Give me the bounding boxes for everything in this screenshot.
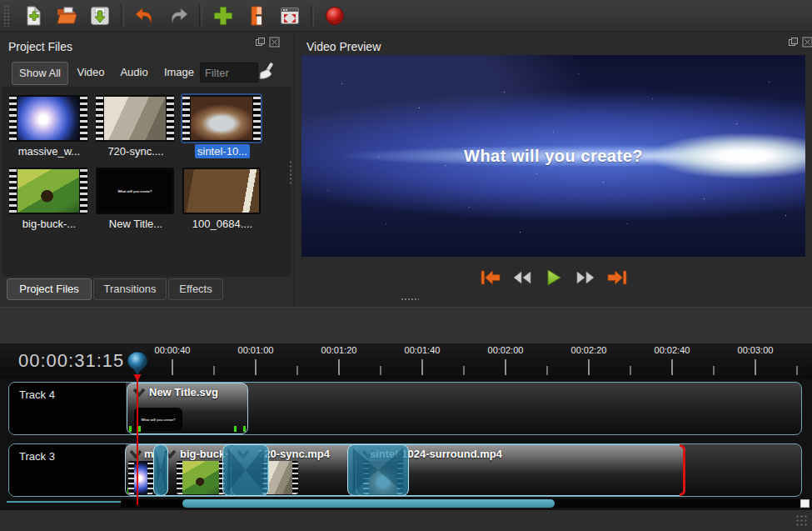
file-item-100-0684[interactable]: 100_0684.... (182, 168, 262, 230)
window-resize-grip[interactable] (795, 514, 809, 528)
file-item-new-title[interactable]: What will you create? New Title... (96, 168, 176, 230)
ruler-tick-label: 00:02:00 (479, 345, 532, 355)
keyframe-tick (243, 426, 246, 432)
playback-controls (301, 263, 805, 292)
tab-effects[interactable]: Effects (168, 278, 223, 300)
ruler-tick-label: 00:00:40 (146, 345, 199, 355)
filter-show-all-button[interactable]: Show All (12, 62, 68, 85)
status-area (0, 510, 812, 531)
filter-video-button[interactable]: Video (73, 62, 108, 83)
export-video-icon[interactable] (277, 3, 302, 28)
project-files-panel: Project Files Show All Video Audio Image… (0, 32, 293, 307)
close-panel-icon[interactable] (802, 37, 812, 48)
track-2-clip-sliver (121, 499, 182, 508)
file-item-big-buck[interactable]: big-buck-... (9, 168, 89, 230)
scrollbar-corner (800, 499, 810, 508)
file-thumbnail (96, 95, 174, 142)
horizontal-scrollbar-thumb[interactable] (182, 499, 555, 508)
filter-image-button[interactable]: Image (162, 62, 197, 83)
file-label: 720-sync.... (96, 145, 176, 158)
float-panel-icon[interactable] (255, 37, 266, 48)
file-item-massive[interactable]: massive_w... (9, 95, 89, 158)
video-overlay-text: What will you create? (301, 147, 805, 166)
file-label: big-buck-... (9, 218, 89, 230)
track-2-top-edge (7, 501, 132, 503)
chevron-down-icon (132, 388, 146, 397)
main-toolbar (0, 0, 812, 32)
tab-project-files[interactable]: Project Files (7, 278, 92, 300)
timeline-scrollbar (0, 498, 812, 510)
timeline-toolbar: 20 seconds (0, 307, 812, 344)
undo-icon[interactable] (132, 3, 157, 28)
ruler-tick (463, 366, 465, 375)
timeline-ruler[interactable]: 00:00:31:15 00:00:40 00:01:00 00:01:20 0… (0, 343, 812, 379)
float-panel-icon[interactable] (788, 37, 799, 48)
clip-label: big-buck- (180, 448, 229, 460)
playhead-line (137, 375, 138, 505)
ruler-tick (546, 366, 548, 375)
toolbar-separator (311, 5, 314, 27)
jump-to-start-button[interactable] (480, 267, 501, 288)
ruler-tick-label: 00:01:40 (396, 345, 449, 355)
play-button[interactable] (543, 267, 565, 288)
save-project-icon[interactable] (87, 3, 112, 28)
file-label: sintel-10... (182, 145, 262, 158)
clip-new-title[interactable]: New Title.svg What will you create? (127, 383, 248, 434)
record-icon[interactable] (322, 3, 347, 28)
toolbar-separator (199, 5, 202, 27)
tab-transitions[interactable]: Transitions (93, 278, 167, 300)
file-item-sintel[interactable]: sintel-10... (182, 95, 262, 158)
redo-icon[interactable] (166, 3, 191, 28)
fast-forward-button[interactable] (575, 267, 596, 288)
clip-trim-red-edge[interactable] (680, 444, 685, 496)
video-preview-canvas[interactable]: What will you create? (301, 55, 805, 257)
chevron-down-icon (129, 449, 142, 458)
toolbar-separator (121, 5, 124, 27)
scrollbar-track[interactable] (555, 499, 800, 508)
file-thumbnail: What will you create? (96, 168, 174, 214)
ruler-tick-label: 00:01:00 (229, 345, 282, 355)
track-4-row[interactable]: Track 4 New Title.svg What will you crea… (8, 382, 802, 435)
ruler-tick (671, 359, 673, 375)
transition-720-sintel[interactable] (347, 444, 409, 496)
ruler-tick (421, 359, 423, 375)
file-thumbnail (9, 168, 87, 214)
import-files-icon[interactable] (211, 3, 236, 28)
ruler-tick (796, 366, 798, 375)
track-name: Track 4 (19, 388, 55, 401)
clip-label: New Title.svg (149, 386, 218, 398)
ruler-tick (713, 366, 715, 375)
ruler-tick-label: 00:03:00 (729, 345, 782, 355)
ruler-tick (380, 366, 381, 375)
choose-profile-icon[interactable] (244, 3, 269, 28)
clear-filter-broom-icon[interactable] (257, 62, 276, 83)
filter-audio-button[interactable]: Audio (117, 62, 152, 83)
jump-to-end-button[interactable] (606, 267, 628, 288)
ruler-tick (505, 359, 506, 375)
ruler-tick (338, 359, 340, 375)
ruler-tick-label: 00:02:40 (645, 345, 699, 355)
file-thumbnail (182, 168, 261, 214)
ruler-tick (588, 359, 590, 375)
clip-thumbnail: What will you create? (134, 408, 182, 431)
transition-massive-bigbuck[interactable] (153, 444, 168, 496)
open-project-icon[interactable] (54, 3, 79, 28)
close-panel-icon[interactable] (269, 37, 280, 48)
dock-splitter-handle[interactable] (401, 298, 419, 302)
keyframe-tick (234, 426, 237, 432)
filter-input[interactable] (200, 63, 258, 83)
playhead-timecode: 00:00:31:15 (18, 350, 124, 372)
rewind-button[interactable] (511, 267, 533, 288)
clip-label: m (144, 448, 154, 460)
video-preview-title: Video Preview (306, 37, 381, 57)
track-3-row[interactable]: Track 3 m big-buck- 720-sync.mp4 (8, 443, 802, 497)
transition-bigbuck-720[interactable] (222, 444, 269, 496)
ruler-tick (755, 359, 756, 375)
new-project-icon[interactable] (21, 3, 46, 28)
clip-thumbnail (128, 461, 153, 494)
timeline-tracks-area: Track 4 New Title.svg What will you crea… (0, 379, 812, 510)
playhead-marker[interactable] (126, 351, 149, 383)
ruler-tick (630, 366, 631, 375)
toolbar-drag-handle[interactable] (3, 5, 11, 27)
file-item-720-sync[interactable]: 720-sync.... (96, 95, 176, 158)
